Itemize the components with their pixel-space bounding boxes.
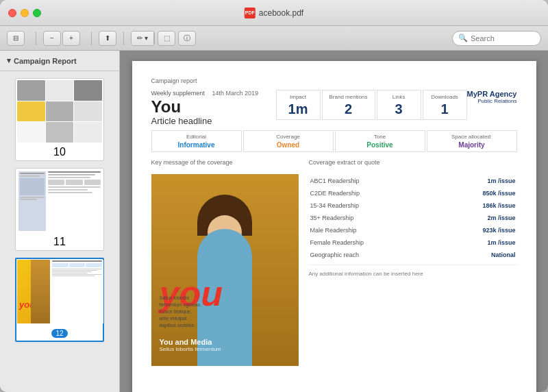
thumb-img-12: you — [16, 259, 104, 324]
stat-links: Links 3 — [377, 90, 421, 120]
readership-divider — [309, 265, 517, 265]
coverage-extract: Coverage extract or quote — [309, 159, 517, 169]
readership-label-6: Geographic reach — [310, 249, 437, 260]
readership-label-1: C2DE Readership — [310, 188, 437, 199]
search-icon: 🔍 — [458, 34, 468, 42]
page-11-number-wrap: 11 — [16, 234, 103, 250]
minimize-button[interactable] — [21, 9, 29, 17]
search-input[interactable] — [471, 34, 535, 42]
info-button[interactable]: ⓘ — [178, 31, 196, 46]
additional-info: Any additional information can be insert… — [309, 271, 517, 277]
readership-value-6: National — [438, 249, 515, 260]
search-box[interactable]: 🔍 — [452, 31, 541, 46]
copy-button[interactable]: ⬚ — [158, 31, 175, 46]
share-button[interactable]: ⬆ — [99, 31, 116, 46]
person-figure — [151, 174, 299, 366]
weekly-label: Weekly supplement — [151, 90, 212, 97]
sidebar-toggle-button[interactable]: ⊟ — [7, 31, 25, 46]
coverage-key-message: Key message of the coverage — [151, 159, 309, 169]
copy-icon: ⬚ — [164, 34, 170, 42]
pen-button[interactable]: ✏ ▾ — [132, 31, 153, 46]
editorial-label-2: Tone — [342, 134, 418, 140]
stat-downloads-label: Downloads — [430, 94, 460, 100]
page-thumb-10[interactable]: 10 — [15, 78, 104, 161]
editorial-row: Editorial Informative Coverage Owned Ton… — [151, 130, 517, 152]
page-10-number: 10 — [53, 146, 66, 158]
date-area: 14th March 2019 — [212, 90, 258, 97]
image-subtitle-sub: Sellus lobortis fermentum — [160, 346, 290, 352]
stat-links-label: Links — [384, 94, 414, 100]
image-caption: Sellus lobortis fermentum egeslas. Fusce… — [160, 295, 203, 328]
you-title: You — [151, 98, 212, 116]
stat-brand-value: 2 — [329, 102, 368, 116]
pdf-icon: PDF — [245, 8, 256, 19]
editorial-value-2: Positive — [342, 141, 418, 149]
report-label: Campaign report — [151, 77, 517, 84]
stat-impact: Impact 1m — [276, 90, 321, 120]
page-12-number-wrap: 12 — [16, 324, 103, 341]
readership-label-2: 15-34 Readership — [310, 200, 437, 211]
pen-icon: ✏ — [137, 34, 142, 42]
readership-row-4: Male Readership 923k /issue — [310, 225, 516, 236]
content-area[interactable]: Campaign report Weekly supplement You Ar… — [120, 51, 548, 392]
mini-grid-10 — [16, 79, 103, 144]
pen-dropdown-arrow: ▾ — [145, 34, 148, 42]
traffic-lights — [8, 9, 41, 17]
close-button[interactable] — [8, 9, 16, 17]
brand-name: MyPR Agency — [467, 90, 517, 98]
page-12-number: 12 — [51, 329, 67, 338]
coverage-title-right: Coverage extract or quote — [309, 159, 517, 166]
readership-value-5: 1m /issue — [438, 237, 515, 248]
zoom-in-button[interactable]: + — [62, 31, 80, 46]
stats-area: Impact 1m Brand mentions 2 Links 3 Dow — [258, 90, 467, 120]
editorial-box-2: Tone Positive — [335, 130, 425, 152]
share-icon: ⬆ — [105, 34, 110, 42]
readership-label-5: Female Readership — [310, 237, 437, 248]
window-title: acebook.pdf — [259, 8, 303, 18]
image-caption-text: Sellus lobortis fermentum egeslas. Fusce… — [160, 295, 201, 327]
readership-value-1: 850k /issue — [438, 188, 515, 199]
main-area: ▾ Campaign Report — [0, 51, 548, 392]
stat-downloads: Downloads 1 — [423, 90, 467, 120]
titlebar: PDF acebook.pdf — [0, 0, 548, 26]
brand-sub: Public Relations — [467, 98, 517, 104]
article-headline: Article headline — [151, 116, 212, 126]
readership-row-6: Geographic reach National — [310, 249, 516, 260]
readership-row-2: 15-34 Readership 186k /issue — [310, 200, 516, 211]
page-thumb-12[interactable]: you — [15, 258, 104, 342]
readership-value-4: 923k /issue — [438, 225, 515, 236]
editorial-value-0: Informative — [159, 141, 234, 149]
magazine-image: you Sellus lobortis fermentum egeslas. F… — [151, 174, 299, 366]
maximize-button[interactable] — [33, 9, 41, 17]
readership-table: ABC1 Readership 1m /issue C2DE Readershi… — [309, 174, 517, 262]
toolbar-separator-2 — [91, 32, 92, 45]
readership-row-5: Female Readership 1m /issue — [310, 237, 516, 248]
toolbar-separator-3 — [123, 32, 124, 45]
editorial-box-0: Editorial Informative — [151, 130, 242, 152]
thumb-img-10 — [16, 79, 103, 144]
stat-impact-label: Impact — [284, 94, 313, 100]
readership-label-3: 35+ Readership — [310, 212, 437, 223]
editorial-label-3: Space allocated: — [434, 134, 510, 140]
editorial-value-1: Owned — [251, 141, 326, 149]
window-title-area: PDF acebook.pdf — [245, 8, 303, 19]
page-thumb-11[interactable]: 11 — [15, 168, 104, 251]
app-window: PDF acebook.pdf ⊟ − + ⬆ ✏ ▾ — [0, 0, 548, 392]
page-10-number-wrap: 10 — [16, 144, 103, 160]
pen-divider — [153, 31, 154, 46]
zoom-out-button[interactable]: − — [43, 31, 61, 46]
editorial-box-3: Space allocated: Majority — [427, 130, 517, 152]
editorial-label-0: Editorial — [159, 134, 234, 140]
stat-impact-value: 1m — [284, 102, 313, 116]
sidebar-toggle-group: ⊟ — [7, 31, 25, 46]
zoom-group: − + — [43, 31, 80, 46]
content-area-inner: you Sellus lobortis fermentum egeslas. F… — [151, 174, 517, 366]
zoom-in-icon: + — [69, 34, 73, 42]
pen-group: ✏ ▾ — [131, 31, 155, 46]
zoom-out-icon: − — [50, 34, 54, 42]
document-date: 14th March 2019 — [212, 90, 258, 97]
readership-label-0: ABC1 Readership — [310, 175, 437, 186]
sidebar-header: ▾ Campaign Report — [0, 51, 119, 71]
readership-value-2: 186k /issue — [438, 200, 515, 211]
image-subtitle-main: You and Media — [160, 338, 290, 346]
